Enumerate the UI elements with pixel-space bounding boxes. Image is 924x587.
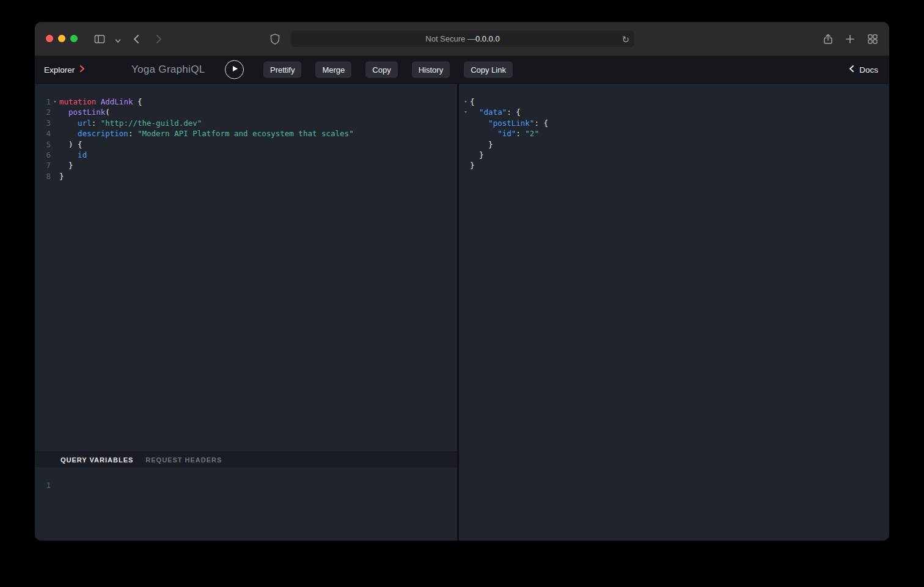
share-icon[interactable] bbox=[821, 32, 835, 46]
fold-gutter bbox=[51, 171, 59, 181]
line-number: 6 bbox=[35, 150, 51, 160]
code-text: "id": "2" bbox=[470, 128, 539, 139]
code-text: } bbox=[59, 160, 73, 170]
code-line[interactable]: 1▾mutation AddLink { bbox=[35, 97, 457, 107]
fold-gutter bbox=[461, 118, 470, 128]
page-title: Yoga GraphiQL bbox=[131, 64, 205, 76]
browser-chrome: Not Secure — 0.0.0.0 ↻ bbox=[35, 22, 889, 56]
shield-icon[interactable] bbox=[268, 32, 282, 46]
code-line[interactable]: ▾{ bbox=[461, 97, 889, 107]
fold-gutter bbox=[51, 150, 59, 160]
graphiql-toolbar: Explorer Yoga GraphiQL Prettify Merge Co… bbox=[35, 56, 889, 84]
code-line[interactable]: } bbox=[461, 160, 889, 170]
tab-overview-icon[interactable] bbox=[865, 32, 880, 46]
code-text: } bbox=[470, 160, 475, 170]
code-text: } bbox=[470, 139, 493, 150]
code-line[interactable]: 5 ) { bbox=[35, 139, 457, 150]
url-host: 0.0.0.0 bbox=[475, 34, 500, 43]
fold-arrow-icon[interactable]: ▾ bbox=[461, 107, 470, 117]
response-pane: ▾{▾ "data": { "postLink": { "id": "2" } … bbox=[457, 84, 889, 541]
play-icon bbox=[230, 64, 239, 75]
tab-query-variables[interactable]: QUERY VARIABLES bbox=[61, 456, 133, 464]
code-text: id bbox=[59, 150, 87, 160]
code-text: "data": { bbox=[470, 107, 521, 117]
fold-gutter bbox=[51, 128, 59, 139]
code-line[interactable]: "postLink": { bbox=[461, 118, 889, 128]
docs-label: Docs bbox=[859, 65, 878, 75]
code-text: } bbox=[470, 150, 484, 160]
fold-gutter bbox=[461, 128, 470, 139]
code-line[interactable]: 1 bbox=[35, 480, 457, 490]
code-text: url: "http://the-guild.dev" bbox=[59, 118, 202, 128]
copy-button[interactable]: Copy bbox=[365, 62, 397, 78]
code-line[interactable]: 4 description: "Modern API Platform and … bbox=[35, 128, 457, 139]
fold-gutter bbox=[461, 160, 470, 170]
new-tab-icon[interactable] bbox=[843, 32, 857, 46]
execute-query-button[interactable] bbox=[225, 60, 244, 79]
security-label: Not Secure — bbox=[425, 34, 475, 43]
docs-chevron-icon bbox=[849, 65, 854, 75]
fold-gutter bbox=[51, 107, 59, 117]
code-line[interactable]: 6 id bbox=[35, 150, 457, 160]
prettify-button[interactable]: Prettify bbox=[263, 62, 301, 78]
zoom-window-button[interactable] bbox=[70, 35, 78, 42]
fold-gutter bbox=[461, 150, 470, 160]
line-number: 3 bbox=[35, 118, 51, 128]
explorer-label: Explorer bbox=[44, 65, 75, 75]
query-editor[interactable]: 1▾mutation AddLink {2 postLink(3 url: "h… bbox=[35, 84, 457, 451]
back-icon[interactable] bbox=[130, 32, 144, 46]
code-line[interactable]: 2 postLink( bbox=[35, 107, 457, 117]
toolbar-buttons: Prettify Merge Copy History Copy Link bbox=[263, 62, 513, 78]
docs-button[interactable]: Docs bbox=[849, 65, 878, 75]
code-text: } bbox=[59, 171, 64, 181]
line-number: 5 bbox=[35, 139, 51, 150]
main-content: 1▾mutation AddLink {2 postLink(3 url: "h… bbox=[35, 84, 889, 541]
response-viewer[interactable]: ▾{▾ "data": { "postLink": { "id": "2" } … bbox=[459, 84, 889, 171]
line-number: 2 bbox=[35, 107, 51, 117]
fold-gutter bbox=[51, 139, 59, 150]
reload-icon[interactable]: ↻ bbox=[622, 34, 629, 43]
fold-gutter bbox=[51, 480, 59, 490]
code-line[interactable]: 7 } bbox=[35, 160, 457, 170]
code-text: "postLink": { bbox=[470, 118, 548, 128]
sidebar-toggle-icon[interactable] bbox=[92, 32, 107, 46]
line-number: 4 bbox=[35, 128, 51, 139]
merge-button[interactable]: Merge bbox=[315, 62, 351, 78]
explorer-button[interactable]: Explorer bbox=[44, 56, 85, 83]
address-bar[interactable]: Not Secure — 0.0.0.0 ↻ bbox=[291, 31, 634, 47]
code-line[interactable]: ▾ "data": { bbox=[461, 107, 889, 117]
code-text: postLink( bbox=[59, 107, 110, 117]
line-number: 8 bbox=[35, 171, 51, 181]
fold-gutter bbox=[51, 118, 59, 128]
copy-link-button[interactable]: Copy Link bbox=[464, 62, 513, 78]
tab-request-headers[interactable]: REQUEST HEADERS bbox=[145, 456, 222, 464]
line-number: 7 bbox=[35, 160, 51, 170]
line-number: 1 bbox=[35, 97, 51, 107]
explorer-chevron-icon bbox=[79, 65, 85, 75]
fold-gutter bbox=[51, 160, 59, 170]
minimize-window-button[interactable] bbox=[58, 35, 65, 42]
code-text: mutation AddLink { bbox=[59, 97, 142, 107]
close-window-button[interactable] bbox=[46, 35, 53, 42]
variables-editor[interactable]: 1 bbox=[35, 467, 457, 541]
code-line[interactable]: 3 url: "http://the-guild.dev" bbox=[35, 118, 457, 128]
code-line[interactable]: } bbox=[461, 139, 889, 150]
code-line[interactable]: } bbox=[461, 150, 889, 160]
code-text: description: "Modern API Platform and ec… bbox=[59, 128, 354, 139]
line-number: 1 bbox=[35, 480, 51, 490]
chevron-down-icon[interactable] bbox=[111, 34, 125, 48]
fold-arrow-icon[interactable]: ▾ bbox=[461, 97, 470, 107]
fold-gutter bbox=[461, 139, 470, 150]
forward-icon[interactable] bbox=[151, 32, 166, 46]
code-line[interactable]: "id": "2" bbox=[461, 128, 889, 139]
query-pane: 1▾mutation AddLink {2 postLink(3 url: "h… bbox=[35, 84, 457, 541]
fold-arrow-icon[interactable]: ▾ bbox=[51, 97, 59, 107]
code-text: { bbox=[470, 97, 475, 107]
variables-panel-header: QUERY VARIABLES REQUEST HEADERS bbox=[35, 451, 457, 467]
code-line[interactable]: 8} bbox=[35, 171, 457, 181]
browser-window: Not Secure — 0.0.0.0 ↻ Explorer Yoga Gra… bbox=[35, 22, 889, 541]
code-text: ) { bbox=[59, 139, 82, 150]
history-button[interactable]: History bbox=[412, 62, 450, 78]
